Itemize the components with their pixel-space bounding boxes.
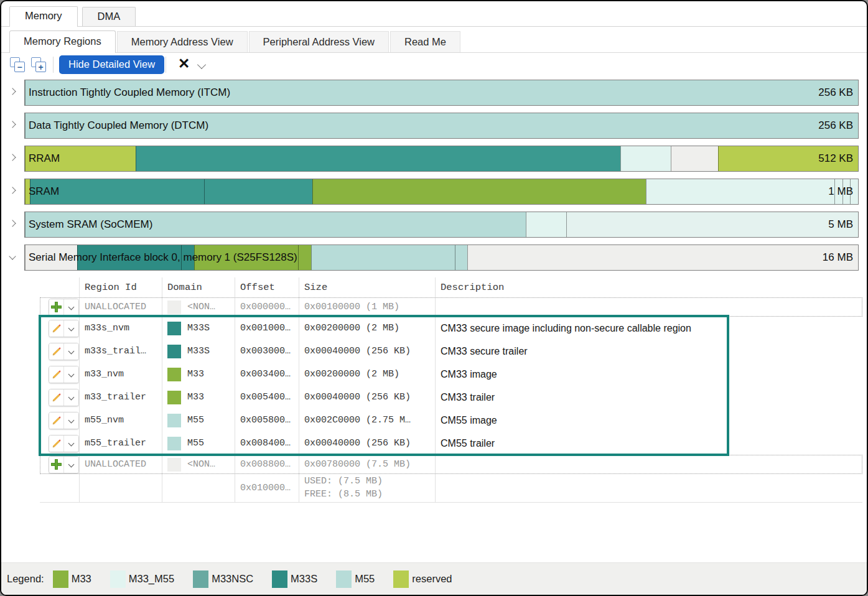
delete-icon[interactable]: ✕ — [178, 55, 190, 72]
offset-cell: 0x008400… — [235, 432, 299, 455]
pencil-icon — [51, 346, 62, 357]
footer-description — [435, 474, 862, 502]
tab-memory-address-view[interactable]: Memory Address View — [117, 31, 248, 52]
legend-title: Legend: — [7, 573, 44, 585]
description-cell: CM33 trailer — [435, 386, 862, 409]
memory-segment-M55[interactable] — [311, 245, 454, 270]
add-region-button[interactable] — [49, 457, 63, 473]
row-dropdown-button[interactable] — [63, 320, 78, 337]
row-dropdown-button[interactable] — [63, 366, 78, 383]
memory-segment-M33_M55[interactable] — [834, 179, 842, 204]
primary-tab-bar: Memory DMA — [1, 1, 867, 27]
plus-icon — [51, 302, 62, 312]
memory-segment-M55[interactable] — [25, 113, 858, 138]
memory-segment-unallocated[interactable] — [467, 245, 858, 270]
edit-region-button[interactable] — [49, 435, 63, 452]
edit-region-button[interactable] — [49, 412, 63, 429]
memory-bar-dtcm[interactable]: Data Tightly Coupled Memory (DTCM) 256 K… — [24, 113, 859, 139]
memory-segment-teal_nsc[interactable] — [204, 179, 312, 204]
add-region-button[interactable] — [49, 299, 63, 315]
row-dropdown-button[interactable] — [63, 389, 78, 406]
legend-swatch — [53, 570, 68, 588]
size-cell: 0x002C0000 (2.75 M… — [299, 409, 435, 432]
region-id-cell: m33s_nvm — [79, 317, 162, 340]
size-cell: 0x00040000 (256 KB) — [299, 340, 435, 363]
memory-segment-M33_M55[interactable] — [842, 179, 850, 204]
memory-segment-unallocated[interactable] — [671, 146, 718, 171]
app-window: Memory DMA Memory Regions Memory Address… — [0, 0, 868, 596]
expand-chevron-icon[interactable] — [9, 220, 16, 226]
memory-segment-unallocated[interactable] — [25, 245, 77, 270]
table-row-m55-trailer: m55_trailer M55 0x008400… 0x00040000 (25… — [40, 432, 862, 455]
memory-segment-M55[interactable] — [455, 245, 468, 270]
row-dropdown-button[interactable] — [63, 343, 78, 360]
row-dropdown-button[interactable] — [63, 299, 78, 315]
memory-segment-teal_nsc[interactable] — [136, 146, 620, 171]
memory-segment-M33_M55[interactable] — [620, 146, 670, 171]
memory-segment-M33_M55[interactable] — [850, 179, 858, 204]
table-footer-row: 0x010000… USED: (7.5 MB) FREE: (8.5 MB) — [40, 474, 862, 503]
memory-segment-M33_M55[interactable] — [646, 179, 835, 204]
memory-segment-reserved[interactable] — [718, 146, 858, 171]
description-cell: CM33 secure image including non-secure c… — [435, 317, 862, 340]
row-controls — [40, 297, 79, 317]
region-id-cell: m55_trailer — [79, 432, 162, 455]
toolbar-dropdown-chevron-icon[interactable] — [197, 60, 206, 68]
expand-all-icon[interactable]: + — [30, 57, 46, 72]
memory-segment-M33S[interactable] — [77, 245, 181, 270]
tab-read-me[interactable]: Read Me — [390, 31, 460, 52]
memory-segment-M55[interactable] — [25, 80, 858, 105]
memory-segment-M55[interactable] — [25, 212, 526, 237]
domain-cell: M55 — [162, 409, 235, 432]
memory-bar-serial-flash[interactable]: Serial Memory Interface block 0, memory … — [24, 244, 859, 271]
collapse-chevron-icon[interactable] — [9, 253, 16, 259]
expand-chevron-icon[interactable] — [9, 154, 16, 161]
legend-swatch — [272, 570, 287, 588]
pencil-icon — [51, 369, 62, 380]
description-cell: CM33 image — [435, 363, 862, 386]
tab-memory-regions[interactable]: Memory Regions — [9, 30, 116, 53]
memory-segment-M33[interactable] — [298, 245, 311, 270]
memory-segment-pale2[interactable] — [566, 212, 858, 237]
memory-segment-M33[interactable] — [312, 179, 646, 204]
size-cell: 0x00040000 (256 KB) — [299, 432, 435, 455]
tab-dma[interactable]: DMA — [82, 7, 136, 26]
memory-bar-row-sram: SRAM 1 MB — [24, 179, 859, 205]
memory-segment-M33_M55[interactable] — [526, 212, 567, 237]
memory-bar-rram[interactable]: RRAM 512 KB — [24, 146, 859, 172]
expand-chevron-icon[interactable] — [9, 121, 16, 128]
tab-peripheral-address-view[interactable]: Peripheral Address View — [249, 31, 389, 52]
collapse-all-icon[interactable]: − — [9, 57, 25, 72]
size-cell: 0x00200000 (2 MB) — [299, 317, 435, 340]
row-dropdown-button[interactable] — [63, 457, 78, 473]
table-row-unallocated-top: UNALLOCATED <NON… 0x000000… 0x00100000 (… — [40, 297, 862, 317]
offset-cell: 0x001000… — [235, 317, 299, 340]
memory-segment-reserved[interactable] — [25, 146, 136, 171]
footer-used-free: USED: (7.5 MB) FREE: (8.5 MB) — [299, 474, 435, 502]
memory-segment-M33S[interactable] — [181, 245, 194, 270]
domain-cell: M55 — [162, 432, 235, 455]
expand-chevron-icon[interactable] — [9, 187, 16, 193]
memory-bar-sram[interactable]: SRAM 1 MB — [24, 179, 859, 205]
domain-swatch — [167, 345, 181, 358]
row-dropdown-button[interactable] — [63, 412, 78, 429]
memory-segment-M33[interactable] — [194, 245, 298, 270]
row-controls — [40, 317, 79, 340]
edit-region-button[interactable] — [49, 366, 63, 383]
edit-region-button[interactable] — [49, 389, 63, 406]
legend-item-m33-m55: M33_M55 — [110, 570, 174, 588]
hide-detailed-view-button[interactable]: Hide Detailed View — [59, 55, 164, 74]
offset-cell: 0x005800… — [235, 409, 299, 432]
memory-bar-socmem[interactable]: System SRAM (SoCMEM) 5 MB — [24, 212, 859, 238]
domain-cell: M33 — [162, 386, 235, 409]
offset-cell: 0x008800… — [235, 455, 299, 474]
tab-memory[interactable]: Memory — [9, 6, 78, 27]
memory-bar-itcm[interactable]: Instruction Tightly Coupled Memory (ITCM… — [24, 80, 859, 106]
edit-region-button[interactable] — [49, 320, 63, 337]
memory-segment-reserved[interactable] — [25, 179, 30, 204]
expand-chevron-icon[interactable] — [9, 88, 16, 95]
edit-region-button[interactable] — [49, 343, 63, 360]
memory-segment-teal_nsc[interactable] — [30, 179, 204, 204]
table-header-row: Region Id Domain Offset Size Description — [40, 277, 862, 297]
row-dropdown-button[interactable] — [63, 435, 78, 452]
